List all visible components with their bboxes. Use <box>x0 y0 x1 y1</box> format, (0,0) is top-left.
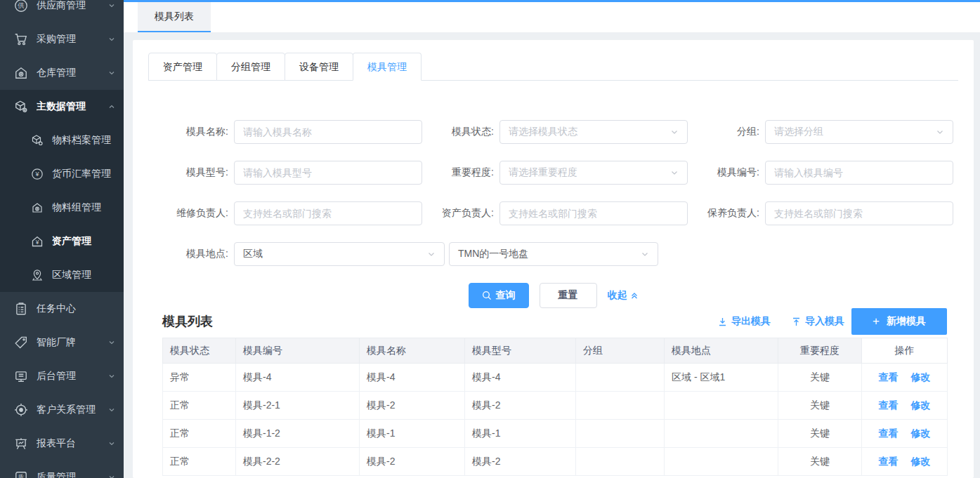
supplier-icon: 供 <box>14 0 28 13</box>
sidebar-item-smart-tag[interactable]: 智能厂牌 <box>0 326 124 359</box>
upload-icon <box>792 317 801 326</box>
table-row: 异常 模具-4 模具-4 模具-4 区域 - 区域1 关键 查看 修改 <box>163 364 948 392</box>
field-mould-status: 模具状态: 请选择模具状态 <box>422 120 688 144</box>
region-icon <box>31 269 44 281</box>
sidebar-item-quality[interactable]: 质 质量管理 <box>0 460 124 478</box>
master-data-icon <box>14 100 28 114</box>
sidebar-item-material-archive[interactable]: 物料档案管理 <box>0 124 124 157</box>
main-content: 模具列表 资产管理 分组管理 设备管理 模具管理 模具名称: 模具状态: 请选择… <box>124 0 980 478</box>
quality-icon: 质 <box>14 470 28 478</box>
cart-icon <box>14 32 28 46</box>
sidebar-group-master-data: 主数据管理 物料档案管理 ¥ 货币汇率管理 物料组管理 ¥ 资产管理 <box>0 90 124 292</box>
svg-text:质: 质 <box>18 474 25 478</box>
tab-device-management[interactable]: 设备管理 <box>285 53 353 81</box>
mould-name-input[interactable] <box>234 120 422 144</box>
view-link[interactable]: 查看 <box>879 371 899 383</box>
tab-group-management[interactable]: 分组管理 <box>216 53 285 81</box>
tab-asset-management[interactable]: 资产管理 <box>148 53 217 81</box>
cell-code: 模具-1-2 <box>236 420 360 448</box>
select-placeholder: 请选择重要程度 <box>509 166 577 179</box>
col-model: 模具型号 <box>465 338 576 364</box>
warehouse-icon <box>14 66 28 80</box>
chevron-down-icon <box>108 440 115 447</box>
cell-model: 模具-1 <box>465 420 576 448</box>
sidebar-item-label: 资产管理 <box>52 235 115 248</box>
mould-table: 模具状态 模具编号 模具名称 模具型号 分组 模具地点 重要程度 操作 异常 模… <box>162 338 948 476</box>
edit-link[interactable]: 修改 <box>910 427 930 439</box>
sidebar-item-master-data[interactable]: 主数据管理 <box>0 90 124 124</box>
cell-code: 模具-2-1 <box>236 392 360 420</box>
location-site-select[interactable]: TMN的一号地盘 <box>449 242 658 266</box>
sidebar-item-warehouse[interactable]: 仓库管理 <box>0 56 124 90</box>
sidebar-item-backend[interactable]: 后台管理 <box>0 359 124 393</box>
field-label: 模具型号: <box>157 166 234 179</box>
sidebar-item-supplier[interactable]: 供 供应商管理 <box>0 0 124 22</box>
sidebar-item-crm[interactable]: 客户关系管理 <box>0 393 124 427</box>
page-tab-label: 模具列表 <box>155 11 194 23</box>
cell-importance: 关键 <box>778 392 862 420</box>
sidebar-item-asset[interactable]: ¥ 资产管理 <box>0 225 124 258</box>
mould-status-select[interactable]: 请选择模具状态 <box>499 120 688 144</box>
field-label: 维修负责人: <box>157 207 234 220</box>
field-mould-code: 模具编号: <box>688 161 953 185</box>
sidebar-menu: 供 供应商管理 采购管理 仓库管理 主数据管理 物料档案管理 <box>0 0 124 478</box>
select-placeholder: 请选择模具状态 <box>509 126 577 138</box>
col-status: 模具状态 <box>163 338 236 364</box>
list-title: 模具列表 <box>162 313 697 330</box>
sidebar-item-report[interactable]: 报表平台 <box>0 427 124 460</box>
cell-location <box>665 392 778 420</box>
mould-model-input[interactable] <box>234 161 422 185</box>
page-tab-mould-list[interactable]: 模具列表 <box>138 2 211 32</box>
sidebar-item-currency-rate[interactable]: ¥ 货币汇率管理 <box>0 157 124 191</box>
collapse-link[interactable]: 收起 <box>608 289 639 302</box>
double-chevron-up-icon <box>630 291 639 300</box>
sidebar-item-label: 质量管理 <box>37 471 108 478</box>
field-mould-model: 模具型号: <box>157 161 422 185</box>
cell-group <box>576 448 665 476</box>
sidebar-item-purchase[interactable]: 采购管理 <box>0 22 124 56</box>
tab-mould-management[interactable]: 模具管理 <box>353 53 422 81</box>
search-button[interactable]: 查询 <box>469 283 529 308</box>
sidebar-item-task-center[interactable]: 任务中心 <box>0 292 124 326</box>
field-importance: 重要程度: 请选择重要程度 <box>422 161 688 185</box>
repair-owner-input[interactable] <box>234 201 422 225</box>
list-header: 模具列表 导出模具 导入模具 + 新增模具 <box>162 307 947 336</box>
field-repair-owner: 维修负责人: <box>157 201 422 225</box>
chevron-down-icon <box>670 128 679 136</box>
cell-location <box>665 448 778 476</box>
reset-button[interactable]: 重置 <box>540 283 597 308</box>
edit-link[interactable]: 修改 <box>910 399 930 411</box>
edit-link[interactable]: 修改 <box>910 456 930 467</box>
field-label: 分组: <box>688 126 765 138</box>
cell-importance: 关键 <box>778 420 862 448</box>
edit-link[interactable]: 修改 <box>910 371 930 383</box>
mould-code-input[interactable] <box>765 161 953 185</box>
cell-location <box>665 420 778 448</box>
table-row: 正常 模具-2-2 模具-2 模具-2 关键 查看 修改 <box>163 448 948 476</box>
svg-text:供: 供 <box>17 1 24 9</box>
cell-name: 模具-2 <box>360 392 465 420</box>
search-button-label: 查询 <box>496 289 516 302</box>
export-mould-link[interactable]: 导出模具 <box>718 315 771 328</box>
table-header-row: 模具状态 模具编号 模具名称 模具型号 分组 模具地点 重要程度 操作 <box>163 338 948 364</box>
col-importance: 重要程度 <box>778 338 862 364</box>
cell-code: 模具-4 <box>236 364 360 392</box>
asset-owner-input[interactable] <box>499 201 688 225</box>
view-link[interactable]: 查看 <box>879 456 899 467</box>
view-link[interactable]: 查看 <box>879 399 899 411</box>
field-label: 资产负责人: <box>422 207 499 220</box>
sidebar-item-material-group[interactable]: 物料组管理 <box>0 191 124 225</box>
report-board-icon <box>14 437 28 451</box>
add-mould-button[interactable]: + 新增模具 <box>851 308 947 335</box>
crm-target-icon <box>14 403 28 417</box>
maintain-owner-input[interactable] <box>765 201 953 225</box>
sidebar-item-region[interactable]: 区域管理 <box>0 258 124 292</box>
location-area-select[interactable]: 区域 <box>234 242 445 266</box>
group-select[interactable]: 请选择分组 <box>765 120 953 144</box>
filter-actions: 查询 重置 收起 <box>133 283 974 308</box>
importance-select[interactable]: 请选择重要程度 <box>499 161 688 185</box>
material-group-icon <box>31 201 44 214</box>
import-mould-link[interactable]: 导入模具 <box>792 315 844 328</box>
cell-actions: 查看 修改 <box>862 420 948 448</box>
view-link[interactable]: 查看 <box>879 427 899 439</box>
